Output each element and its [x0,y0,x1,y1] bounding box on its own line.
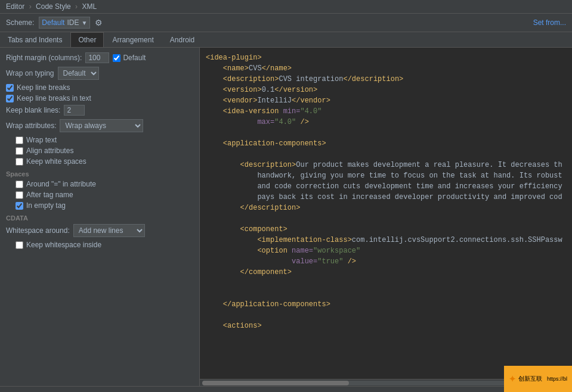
left-panel: Right margin (columns): Default Wrap on … [0,48,200,386]
in-empty-tag-checkbox[interactable] [16,202,23,210]
in-empty-tag-checkbox-label[interactable]: In empty tag [16,201,193,210]
code-line-blank1 [200,127,572,138]
wrap-on-typing-select[interactable]: Default [58,67,99,80]
tab-tabs-indents[interactable]: Tabs and Indents [0,32,70,47]
code-line-9: <description>Our product makes developme… [200,160,572,170]
in-empty-tag-label: In empty tag [26,201,66,210]
breadcrumb: Editor › Code Style › XML [6,2,97,11]
right-margin-input[interactable] [85,52,109,63]
align-attributes-label: Align attributes [26,147,73,155]
cdata-options: Keep whitespace inside [6,241,193,249]
breadcrumb-sep2: › [75,2,78,11]
whitespace-around-row: Whitespace around: Add new lines None [6,224,193,237]
around-equals-checkbox[interactable] [16,181,23,188]
code-line-6: <idea-version min="4.0" [200,106,572,117]
code-line-15: <implementation-class>com.intellij.cvsSu… [200,235,572,245]
wrap-text-checkbox[interactable] [16,136,23,144]
code-line-4: <version>0.1</version> [200,85,572,95]
align-attributes-checkbox[interactable] [16,147,23,155]
code-line-20: <actions> [200,321,572,331]
code-line-blank4 [200,278,572,288]
scheme-arrow-icon: ▼ [81,20,87,26]
wrap-attributes-select[interactable]: Do not wrap Wrap always Wrap if long Cho… [60,119,143,132]
code-line-2: <name>CVS</name> [200,63,572,74]
code-line-12: pays back its cost in increased develope… [200,192,572,203]
code-line-18: </component> [200,267,572,278]
keep-line-breaks-in-text-label: Keep line breaks in text [17,94,91,102]
logo-badge: ✦ 创新互联 https://bl [504,366,572,392]
wrap-on-typing-row: Wrap on typing Default [6,67,193,80]
code-line-17: value="true" /> [200,256,572,267]
scheme-select[interactable]: Default IDE ▼ [39,17,90,29]
scheme-name: Default [42,18,64,27]
scheme-ide: IDE [67,18,79,27]
wrap-text-label: Wrap text [26,136,57,144]
code-line-blank3 [200,213,572,224]
logo-icon: ✦ [509,374,516,384]
tab-arrangement[interactable]: Arrangement [104,32,161,47]
keep-line-breaks-in-text-checkbox-label[interactable]: Keep line breaks in text [6,94,193,102]
keep-blank-lines-row: Keep blank lines: [6,105,193,116]
code-line-blank2 [200,149,572,160]
scrollbar-thumb [202,381,349,385]
wrap-attributes-row: Wrap attributes: Do not wrap Wrap always… [6,119,193,132]
code-line-16: <option name="workspace" [200,245,572,256]
whitespace-around-select[interactable]: Add new lines None [73,224,145,237]
wrap-text-checkbox-label[interactable]: Wrap text [16,136,193,144]
whitespace-around-label: Whitespace around: [6,226,70,235]
keep-white-spaces-checkbox[interactable] [16,158,23,166]
code-line-7: max="4.0" /> [200,117,572,127]
after-tag-name-checkbox-label[interactable]: After tag name [16,191,193,199]
keep-blank-lines-label: Keep blank lines: [6,106,60,114]
spaces-section-title: Spaces [6,170,193,178]
code-line-8: <application-components> [200,138,572,149]
cdata-section-title: CDATA [6,214,193,222]
after-tag-name-checkbox[interactable] [16,191,23,199]
default-checkbox-container: Default [113,54,146,62]
code-line-3: <description>CVS integration</descriptio… [200,74,572,85]
after-tag-name-label: After tag name [26,191,73,199]
logo-text: 创新互联 [518,375,542,383]
tab-android[interactable]: Android [162,32,202,47]
code-area[interactable]: <idea-plugin> <name>CVS</name> <descript… [200,48,572,379]
around-equals-checkbox-label[interactable]: Around "=" in attribute [16,180,193,188]
scheme-row: Scheme: Default IDE ▼ ⚙ Set from... [0,14,572,32]
code-line-5: <vendor>IntelliJ</vendor> [200,95,572,106]
keep-line-breaks-in-text-checkbox[interactable] [6,95,14,102]
wrap-on-typing-label: Wrap on typing [6,69,54,77]
right-margin-label: Right margin (columns): [6,54,82,62]
keep-whitespace-inside-checkbox[interactable] [16,241,23,249]
keep-whitespace-inside-label: Keep whitespace inside [26,241,101,249]
align-attributes-checkbox-label[interactable]: Align attributes [16,147,193,155]
keep-line-breaks-label: Keep line breaks [17,83,70,92]
keep-line-breaks-checkbox-label[interactable]: Keep line breaks [6,83,193,92]
bottom-bar: OK ✦ 创新互联 https://bl [0,386,572,392]
keep-blank-lines-input[interactable] [64,105,85,116]
code-line-11: and code correction cuts development tim… [200,181,572,192]
scheme-label: Scheme: [6,18,34,27]
breadcrumb-sep1: › [29,2,32,11]
main-area: Right margin (columns): Default Wrap on … [0,48,572,386]
tabs-row: Tabs and Indents Other Arrangement Andro… [0,32,572,48]
gear-button[interactable]: ⚙ [95,18,103,27]
keep-line-breaks-checkbox[interactable] [6,84,14,92]
right-margin-row: Right margin (columns): Default [6,52,193,63]
default-checkbox[interactable] [113,54,120,62]
code-line-10: handwork, giving you more time to focus … [200,170,572,181]
breadcrumb-xml: XML [82,2,97,11]
breadcrumb-editor: Editor [6,2,24,11]
code-line-blank5 [200,288,572,299]
spaces-options: Around "=" in attribute After tag name I… [6,180,193,210]
code-line-1: <idea-plugin> [200,52,572,63]
code-line-13: </description> [200,203,572,213]
default-label: Default [123,54,146,62]
set-from-link[interactable]: Set from... [533,18,566,27]
code-line-19: </application-components> [200,299,572,310]
logo-url: https://bl [547,376,567,382]
keep-whitespace-inside-checkbox-label[interactable]: Keep whitespace inside [16,241,193,249]
breadcrumb-code-style: Code Style [36,2,71,11]
tab-other[interactable]: Other [70,32,104,47]
keep-white-spaces-checkbox-label[interactable]: Keep white spaces [16,157,193,166]
right-panel: <idea-plugin> <name>CVS</name> <descript… [200,48,572,386]
keep-white-spaces-label: Keep white spaces [26,157,86,166]
